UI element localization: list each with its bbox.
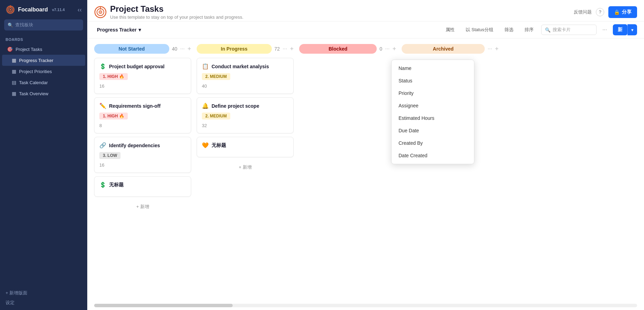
card-title: ✏️ Requirements sign-off [99, 103, 186, 109]
column-add-archived[interactable]: + [495, 45, 499, 53]
column-add-in-progress[interactable]: + [290, 45, 294, 53]
search-box[interactable]: 🔍 搜索卡片 [541, 25, 597, 35]
share-button[interactable]: 🔒 分享 [608, 6, 637, 18]
add-card-in-progress[interactable]: + 新增 [197, 161, 294, 174]
card-untitled-2[interactable]: 🧡 无标题 [197, 137, 294, 157]
calendar-icon: ▤ [12, 80, 16, 85]
table-icon: ▦ [12, 69, 16, 74]
column-more-in-progress[interactable]: ··· [283, 46, 287, 52]
svg-point-8 [100, 11, 101, 12]
page-subtitle: Use this template to stay on top of your… [110, 15, 243, 20]
group-by-button[interactable]: 以 Status分组 [462, 25, 497, 35]
dropdown-item-priority[interactable]: Priority [392, 87, 474, 99]
collapse-sidebar-button[interactable]: ‹‹ [78, 6, 82, 14]
card-title: 🔔 Define project scope [202, 103, 288, 109]
card-define-project-scope[interactable]: 🔔 Define project scope 2. MEDIUM 32 [197, 97, 294, 133]
sidebar-item-progress-tracker[interactable]: ▦ Progress Tracker [2, 55, 85, 66]
feedback-link[interactable]: 反馈问题 [574, 9, 592, 15]
column-label-archived: Archived [402, 44, 485, 54]
sidebar-header: Focalboard v7.11.4 ‹‹ [0, 0, 87, 19]
card-project-budget-approval[interactable]: 💲 Project budget approval 1. HIGH 🔥 16 [94, 58, 191, 94]
column-header-blocked: Blocked 0 ··· + [299, 44, 396, 54]
card-icon: 🔗 [99, 142, 106, 149]
sort-button[interactable]: 排序 [521, 25, 537, 35]
add-board-button[interactable]: + 新增版面 [6, 290, 82, 296]
new-card-button-group: 新 ▾ [613, 24, 637, 35]
dropdown-item-date-created[interactable]: Date Created [392, 149, 474, 162]
share-label: 分享 [622, 9, 632, 15]
card-title: 🧡 无标题 [202, 142, 288, 149]
column-header-not-started: Not Started 40 ··· + [94, 44, 191, 54]
column-count-blocked: 0 [379, 46, 382, 52]
view-selector[interactable]: Progress Tracker ▾ [94, 25, 144, 34]
card-requirements-sign-off[interactable]: ✏️ Requirements sign-off 1. HIGH 🔥 8 [94, 97, 191, 133]
sidebar-item-project-priorities[interactable]: ▦ Project Priorities [2, 66, 85, 77]
sidebar-item-task-calendar[interactable]: ▤ Task Calendar [2, 77, 85, 88]
card-identify-dependencies[interactable]: 🔗 Identify dependencies 3. LOW 16 [94, 137, 191, 173]
sidebar: Focalboard v7.11.4 ‹‹ 🔍 查找板块 BOARDS 🎯 Pr… [0, 0, 87, 310]
card-icon: 💲 [99, 63, 106, 70]
add-card-not-started[interactable]: + 新增 [94, 200, 191, 213]
help-button[interactable]: ? [596, 8, 604, 16]
logo-icon [6, 5, 15, 15]
dropdown-item-status[interactable]: Status [392, 74, 474, 87]
column-add-blocked[interactable]: + [392, 45, 396, 53]
sidebar-item-task-overview[interactable]: ▦ Task Overview [2, 88, 85, 99]
card-hours: 32 [202, 123, 288, 128]
column-more-not-started[interactable]: ··· [180, 46, 185, 52]
new-button-dropdown[interactable]: ▾ [627, 24, 637, 35]
column-not-started: Not Started 40 ··· + 💲 Project budget ap… [94, 44, 191, 213]
column-count-not-started: 40 [172, 46, 178, 52]
board-scrollbar-thumb [94, 304, 233, 307]
card-hours: 40 [202, 83, 288, 89]
svg-point-3 [10, 9, 11, 11]
app-name: Focalboard [18, 7, 48, 13]
new-button[interactable]: 新 [613, 24, 627, 35]
column-archived: Archived ··· + [402, 44, 499, 58]
dropdown-menu: Name Status Priority Assignee Estimated … [391, 60, 474, 164]
sidebar-item-label: Task Overview [19, 91, 48, 96]
card-icon: 🧡 [202, 142, 209, 149]
page-title-wrap: Project Tasks Use this template to stay … [110, 4, 243, 20]
sidebar-bottom: + 新增版面 设定 [0, 286, 87, 310]
dropdown-item-estimated-hours[interactable]: Estimated Hours [392, 112, 474, 124]
topbar-left: Project Tasks Use this template to stay … [94, 4, 243, 20]
priority-badge: 1. HIGH 🔥 [99, 113, 128, 119]
board-scrollbar[interactable] [94, 304, 637, 307]
column-add-not-started[interactable]: + [187, 45, 191, 53]
column-count-in-progress: 72 [275, 46, 280, 52]
properties-button[interactable]: 属性 [442, 25, 458, 35]
dropdown-item-assignee[interactable]: Assignee [392, 99, 474, 112]
card-title: 🔗 Identify dependencies [99, 142, 186, 149]
settings-button[interactable]: 设定 [6, 300, 82, 306]
table-icon: ▦ [12, 91, 16, 96]
column-more-blocked[interactable]: ··· [385, 46, 390, 52]
view-label: Progress Tracker [97, 27, 136, 33]
main-content: Project Tasks Use this template to stay … [87, 0, 644, 310]
column-more-archived[interactable]: ··· [488, 46, 492, 52]
search-icon: 🔍 [545, 27, 551, 33]
group-by-label: 以 Status分组 [466, 27, 493, 33]
card-icon: 📋 [202, 63, 209, 70]
filter-button[interactable]: 筛选 [501, 25, 517, 35]
more-options-button[interactable]: ··· [601, 25, 609, 35]
card-conduct-market-analysis[interactable]: 📋 Conduct market analysis 2. MEDIUM 40 [197, 58, 294, 94]
app-version: v7.11.4 [52, 8, 65, 12]
card-untitled-1[interactable]: 💲 无标题 [94, 176, 191, 197]
column-header-archived: Archived ··· + [402, 44, 499, 54]
sidebar-item-label: Progress Tracker [19, 58, 53, 63]
card-icon: 🔔 [202, 103, 209, 109]
topbar-right: 反馈问题 ? 🔒 分享 [574, 6, 637, 18]
boards-label: BOARDS [0, 36, 87, 44]
dropdown-item-name[interactable]: Name [392, 62, 474, 74]
sidebar-item-label: Project Tasks [16, 47, 42, 52]
sidebar-item-project-tasks[interactable]: 🎯 Project Tasks [2, 44, 85, 55]
app-logo: Focalboard v7.11.4 [6, 5, 65, 15]
card-title: 💲 Project budget approval [99, 63, 186, 70]
dropdown-item-created-by[interactable]: Created By [392, 137, 474, 149]
column-in-progress: In Progress 72 ··· + 📋 Conduct market an… [197, 44, 294, 174]
card-title: 📋 Conduct market analysis [202, 63, 288, 70]
card-hours: 8 [99, 123, 186, 128]
dropdown-item-due-date[interactable]: Due Date [392, 124, 474, 137]
sidebar-search[interactable]: 🔍 查找板块 [4, 19, 83, 30]
